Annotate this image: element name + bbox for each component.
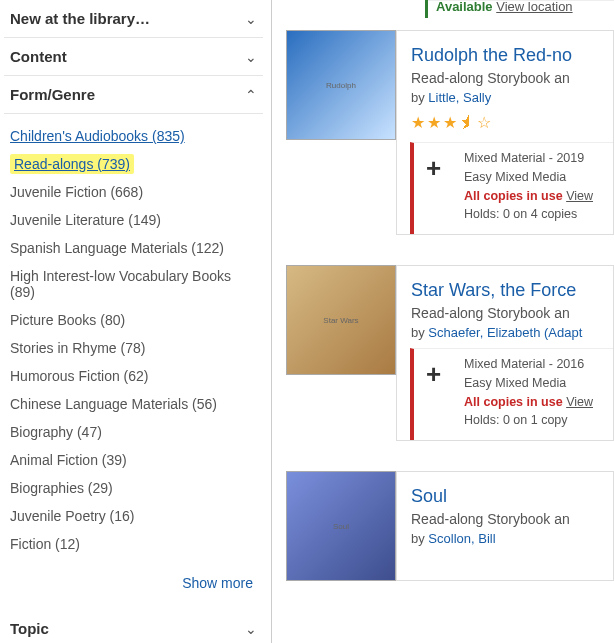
item-subtitle: Read-along Storybook an	[411, 511, 613, 527]
filter-form-genre[interactable]: Form/Genre ⌃	[4, 76, 263, 114]
view-location-link[interactable]: View location	[496, 0, 572, 14]
item-title-link[interactable]: Soul	[411, 486, 613, 507]
chevron-up-icon: ⌃	[245, 87, 257, 103]
filter-label: New at the library…	[10, 10, 150, 27]
item-subtitle: Read-along Storybook an	[411, 70, 613, 86]
by-label: by	[411, 325, 428, 340]
cover-image[interactable]: Star Wars	[286, 265, 396, 375]
result-item: Rudolph Rudolph the Red-no Read-along St…	[286, 30, 614, 235]
status-available: Available	[436, 0, 493, 14]
cover-image[interactable]: Soul	[286, 471, 396, 581]
holdings-block: + Mixed Material - 2016 Easy Mixed Media…	[410, 348, 613, 440]
chevron-down-icon: ⌄	[245, 11, 257, 27]
expand-icon[interactable]: +	[426, 153, 441, 184]
availability-row: Available View location	[425, 0, 614, 18]
facet-animal-fiction[interactable]: Animal Fiction (39)	[10, 446, 257, 474]
holdings-block: + Mixed Material - 2019 Easy Mixed Media…	[410, 142, 613, 234]
cover-image[interactable]: Rudolph	[286, 30, 396, 140]
item-title-link[interactable]: Rudolph the Red-no	[411, 45, 613, 66]
facet-spanish-language[interactable]: Spanish Language Materials (122)	[10, 234, 257, 262]
item-card: Rudolph the Red-no Read-along Storybook …	[396, 30, 614, 235]
sidebar-filters: New at the library… ⌄ Content ⌄ Form/Gen…	[0, 0, 272, 643]
status-in-use: All copies in use	[464, 395, 563, 409]
facet-juvenile-literature[interactable]: Juvenile Literature (149)	[10, 206, 257, 234]
facet-high-interest[interactable]: High Interest-low Vocabulary Books (89)	[10, 262, 257, 306]
holds-line: Holds: 0 on 1 copy	[464, 411, 603, 430]
filter-label: Content	[10, 48, 67, 65]
facet-juvenile-poetry[interactable]: Juvenile Poetry (16)	[10, 502, 257, 530]
filter-label: Topic	[10, 620, 49, 637]
item-subtitle: Read-along Storybook an	[411, 305, 613, 321]
facet-humorous-fiction[interactable]: Humorous Fiction (62)	[10, 362, 257, 390]
by-label: by	[411, 90, 428, 105]
view-link[interactable]: View	[566, 189, 593, 203]
facet-read-alongs[interactable]: Read-alongs (739)	[10, 154, 134, 174]
author-link[interactable]: Schaefer, Elizabeth (Adapt	[428, 325, 582, 340]
filter-content[interactable]: Content ⌄	[4, 38, 263, 76]
results-column: Available View location Rudolph Rudolph …	[272, 0, 614, 643]
show-more-label: Show more	[182, 575, 253, 591]
facet-juvenile-fiction[interactable]: Juvenile Fiction (668)	[10, 178, 257, 206]
media-line: Easy Mixed Media	[464, 168, 603, 187]
filter-topic[interactable]: Topic ⌄	[4, 610, 263, 643]
author-link[interactable]: Little, Sally	[428, 90, 491, 105]
view-link[interactable]: View	[566, 395, 593, 409]
facet-biography[interactable]: Biography (47)	[10, 418, 257, 446]
chevron-down-icon: ⌄	[245, 49, 257, 65]
status-line: All copies in use View	[464, 393, 603, 412]
filter-label: Form/Genre	[10, 86, 95, 103]
result-item: Star Wars Star Wars, the Force Read-alon…	[286, 265, 614, 441]
facet-chinese-language[interactable]: Chinese Language Materials (56)	[10, 390, 257, 418]
filter-new-at-library[interactable]: New at the library… ⌄	[4, 0, 263, 38]
format-line: Mixed Material - 2016	[464, 355, 603, 374]
item-author: by Little, Sally	[411, 90, 613, 105]
result-item: Soul Soul Read-along Storybook an by Sco…	[286, 471, 614, 581]
chevron-down-icon: ⌄	[245, 621, 257, 637]
show-more-form-genre[interactable]: Show more	[4, 564, 263, 610]
facet-biographies[interactable]: Biographies (29)	[10, 474, 257, 502]
holds-line: Holds: 0 on 4 copies	[464, 205, 603, 224]
rating-stars[interactable]: ★★★⯨☆	[411, 113, 613, 132]
item-title-link[interactable]: Star Wars, the Force	[411, 280, 613, 301]
item-author: by Scollon, Bill	[411, 531, 613, 546]
facet-childrens-audiobooks[interactable]: Children's Audiobooks (835)	[10, 122, 257, 150]
facet-fiction[interactable]: Fiction (12)	[10, 530, 257, 558]
status-in-use: All copies in use	[464, 189, 563, 203]
item-card: Soul Read-along Storybook an by Scollon,…	[396, 471, 614, 581]
by-label: by	[411, 531, 428, 546]
facet-stories-in-rhyme[interactable]: Stories in Rhyme (78)	[10, 334, 257, 362]
form-genre-facets: Children's Audiobooks (835) Read-alongs …	[4, 114, 263, 564]
prev-item-availability: Available View location	[425, 0, 614, 18]
format-line: Mixed Material - 2019	[464, 149, 603, 168]
expand-icon[interactable]: +	[426, 359, 441, 390]
media-line: Easy Mixed Media	[464, 374, 603, 393]
author-link[interactable]: Scollon, Bill	[428, 531, 495, 546]
status-line: All copies in use View	[464, 187, 603, 206]
item-author: by Schaefer, Elizabeth (Adapt	[411, 325, 613, 340]
facet-picture-books[interactable]: Picture Books (80)	[10, 306, 257, 334]
item-card: Star Wars, the Force Read-along Storyboo…	[396, 265, 614, 441]
